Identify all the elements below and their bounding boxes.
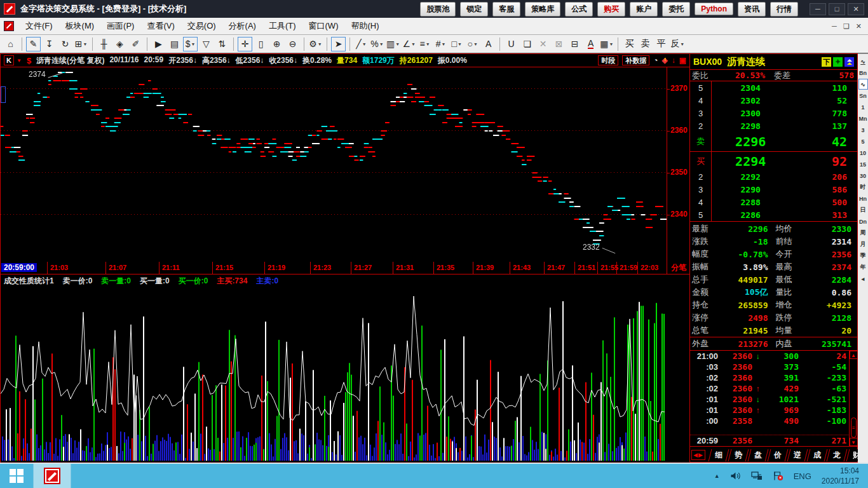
scrollbar-thumb[interactable]: ≡ [851, 417, 857, 438]
menu-item[interactable]: 窗口(W) [302, 18, 345, 34]
network-tray-icon[interactable] [751, 471, 763, 481]
period-item[interactable]: ◂ [858, 273, 868, 284]
period-item[interactable]: Sn [858, 90, 868, 101]
ask-row[interactable]: 3 2300 778 [690, 107, 857, 119]
tray-chevron-up-icon[interactable]: ▲ [714, 473, 720, 479]
scroll-down-icon[interactable]: ▼ [850, 438, 858, 446]
delete-object-icon[interactable]: ✕▼ [536, 37, 550, 51]
sell1-row[interactable]: 卖 2296 42 [690, 132, 857, 151]
close-position-icon[interactable]: 平▼ [654, 37, 668, 51]
purchase-button[interactable]: 购买 [597, 2, 625, 17]
toolbar-separator[interactable] [499, 37, 500, 51]
mdi-close-icon[interactable]: ✕ [856, 22, 862, 30]
quote-tab[interactable]: 盘 [747, 449, 768, 461]
menu-item[interactable]: 分析(A) [222, 18, 262, 34]
ellipse-tool-icon[interactable]: ○▼ [465, 37, 480, 51]
period-item[interactable]: Mn [858, 113, 868, 124]
quote-tab[interactable]: 逆 [787, 449, 808, 461]
time-range-button[interactable]: 时段 [598, 55, 618, 65]
pan-icon[interactable]: ✛▼ [238, 37, 252, 51]
start-button[interactable] [0, 464, 33, 488]
toolbar-separator[interactable] [304, 37, 304, 51]
python-button[interactable]: Python [695, 3, 733, 15]
menu-item[interactable]: 查看(V) [140, 18, 180, 34]
mdi-minimize-icon[interactable]: ─ [832, 22, 837, 30]
period-item[interactable]: 30 [858, 170, 868, 181]
buy1-row[interactable]: 买 2294 92 [690, 151, 857, 170]
tab-scroll-arrows[interactable]: ◀▶ [691, 450, 705, 460]
quote-tab[interactable]: 价 [767, 449, 788, 461]
kline-dropdown-icon[interactable]: ▼ [17, 58, 22, 64]
percent-line-icon[interactable]: %▼ [370, 37, 384, 51]
order-entrust-button[interactable]: 委托 [662, 2, 690, 17]
period-item[interactable]: 周 [858, 227, 868, 238]
quotes-button[interactable]: 行情 [770, 2, 798, 17]
trendline-icon[interactable]: ╱▼ [354, 37, 369, 51]
notifications-flag-icon[interactable] [773, 471, 783, 481]
strategy-library-button[interactable]: 策略库 [525, 2, 560, 17]
toolbar-separator[interactable] [22, 37, 22, 51]
clock-tray[interactable]: 15:04 2020/11/17 [822, 466, 859, 486]
minimize-button[interactable]: ─ [810, 3, 826, 15]
angle-line-icon[interactable]: ∠▼ [402, 37, 416, 51]
lock-screen-button[interactable]: 锁定 [460, 2, 488, 17]
save-style-icon[interactable]: ▦▼ [599, 37, 614, 51]
ask-row[interactable]: 5 2304 110 [690, 81, 857, 94]
clear-all-icon[interactable]: ⊠▼ [552, 37, 566, 51]
menu-item[interactable]: 交易(O) [181, 18, 222, 34]
toolbar-separator[interactable] [349, 37, 350, 51]
bid-row[interactable]: 2 2292 206 [690, 170, 857, 183]
scroll-up-icon[interactable]: ▲ [850, 351, 858, 359]
fill-data-button[interactable]: 补数据 [622, 55, 649, 65]
period-item[interactable]: Hn [858, 193, 868, 204]
report-icon[interactable]: ▤▼ [167, 37, 182, 51]
sort-arrows-badge[interactable] [844, 57, 854, 67]
formula-button[interactable]: 公式 [565, 2, 593, 17]
period-item[interactable]: 15 [858, 159, 868, 170]
toolbar-separator[interactable] [618, 37, 618, 51]
quote-tab[interactable]: 成 [806, 449, 827, 461]
period-item[interactable]: Bn [858, 67, 868, 78]
edit-formula-icon[interactable]: ✐▼ [128, 37, 143, 51]
zoom-in-icon[interactable]: ⊕▼ [269, 37, 284, 51]
menu-item[interactable]: 画面(P) [100, 18, 140, 34]
period-item[interactable]: 日 [858, 205, 868, 215]
sell-tool-icon[interactable]: 卖▼ [638, 37, 653, 51]
indicator-adjust-icon[interactable]: ╫▼ [97, 37, 111, 51]
rectangle-tool-icon[interactable]: □▼ [449, 37, 464, 51]
bid-row[interactable]: 4 2288 500 [690, 196, 857, 208]
reverse-position-icon[interactable]: 反▼ [670, 37, 685, 51]
measure-icon[interactable]: ▯▼ [254, 37, 268, 51]
mdi-restore-icon[interactable]: ❏ [843, 22, 850, 30]
language-indicator[interactable]: ENG [794, 471, 811, 481]
period-item[interactable]: 季 [858, 250, 868, 261]
toolbar-separator[interactable] [147, 37, 147, 51]
period-tick-selected[interactable]: ∿ [858, 79, 868, 90]
menu-item[interactable]: 板块(M) [59, 18, 101, 34]
bid-row[interactable]: 5 2286 313 [690, 208, 857, 221]
period-item[interactable]: 1 [858, 102, 868, 112]
draw-mode-icon[interactable]: ✎▼ [26, 37, 41, 51]
news-button[interactable]: 资讯 [738, 2, 766, 17]
text-tool-icon[interactable]: A▼ [481, 37, 496, 51]
filter-icon[interactable]: ▽▼ [199, 37, 214, 51]
zoom-out-icon[interactable]: ⊖▼ [285, 37, 300, 51]
app-taskbar-button[interactable] [33, 464, 71, 488]
maximize-button[interactable]: □ [829, 3, 845, 15]
menu-item[interactable]: 文件(F) [19, 18, 59, 34]
ask-row[interactable]: 2 2298 137 [690, 119, 857, 132]
volume-chart-canvas[interactable] [1, 287, 690, 462]
period-item[interactable]: 5 [858, 136, 868, 147]
quote-tab[interactable]: 细 [708, 449, 729, 461]
toolbar-separator[interactable] [327, 37, 327, 51]
import-data-icon[interactable]: ↧▼ [42, 37, 57, 51]
menu-item[interactable]: 工具(T) [262, 18, 302, 34]
home-icon[interactable]: ⌂▼ [3, 37, 18, 51]
download-data-icon[interactable]: ↓ [672, 57, 675, 64]
toolbar-separator[interactable] [233, 37, 234, 51]
window-split-icon[interactable]: ▣ [679, 57, 686, 64]
period-tick-icon[interactable]: ∿ [858, 56, 868, 67]
customer-service-button[interactable]: 客服 [492, 2, 520, 17]
settings-gear-icon[interactable]: ⚙▼ [308, 37, 323, 51]
clock-icon[interactable]: ◔ [653, 57, 658, 64]
